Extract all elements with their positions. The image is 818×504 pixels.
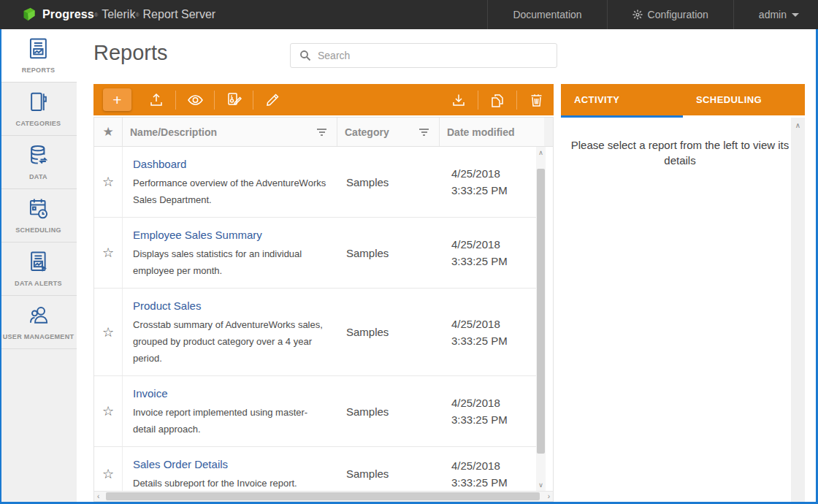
chevron-down-icon — [792, 13, 799, 17]
scroll-left-arrow[interactable]: ‹ — [97, 492, 99, 502]
star-filled-icon: ★ — [102, 124, 113, 140]
name-cell: Employee Sales Summary Displays sales st… — [123, 218, 337, 288]
sidebar-item-label: DATA — [29, 173, 47, 180]
report-link[interactable]: Dashboard — [133, 156, 327, 172]
favorite-toggle[interactable]: ☆ — [94, 289, 123, 375]
toolbar-separator — [214, 91, 215, 110]
report-row-dashboard[interactable]: ☆ Dashboard Performance overview of the … — [94, 147, 536, 218]
user-menu[interactable]: admin — [733, 0, 818, 29]
sidebar-item-data[interactable]: DATA — [0, 136, 77, 189]
favorite-toggle[interactable]: ☆ — [94, 218, 123, 288]
grid-vertical-scrollbar[interactable]: ∧ ∨ — [536, 147, 546, 491]
details-tabs: ACTIVITY SCHEDULING — [561, 84, 805, 115]
report-row-product-sales[interactable]: ☆ Product Sales Crosstab summary of Adve… — [94, 289, 536, 376]
column-label: Category — [345, 126, 389, 138]
empty-selection-message: Please select a report from the left to … — [561, 118, 805, 168]
search-box — [290, 43, 557, 68]
edit-report-button[interactable] — [258, 84, 287, 115]
sidebar-item-user-management[interactable]: USER MANAGEMENT — [0, 296, 77, 349]
star-outline-icon: ☆ — [102, 324, 114, 340]
grid-horizontal-scrollbar[interactable]: ‹ › — [94, 491, 553, 501]
user-name: admin — [759, 9, 787, 20]
filter-icon[interactable] — [416, 126, 432, 139]
sidebar-item-data-alerts[interactable]: DATA ALERTS — [0, 243, 77, 296]
sidebar-item-categories[interactable]: CATEGORIES — [0, 83, 77, 136]
page-title: Reports — [93, 41, 168, 65]
search-input[interactable] — [318, 50, 557, 61]
sidebar-nav: REPORTS CATEGORIES DATA — [0, 29, 77, 504]
sidebar-item-scheduling[interactable]: SCHEDULING — [0, 189, 77, 243]
brand: Progress® Telerik® Report Server — [22, 7, 215, 22]
favorite-toggle[interactable]: ☆ — [94, 447, 123, 491]
name-cell: Sales Order Details Details subreport fo… — [123, 447, 337, 491]
category-column-header[interactable]: Category — [337, 118, 440, 146]
report-link[interactable]: Sales Order Details — [133, 457, 327, 473]
add-report-button[interactable]: + — [103, 88, 131, 111]
scroll-down-arrow[interactable]: ∨ — [536, 481, 546, 489]
reports-toolbar: + — [93, 84, 554, 115]
scroll-up-arrow[interactable]: ∧ — [536, 149, 546, 156]
upload-icon — [149, 93, 164, 107]
sidebar-item-reports[interactable]: REPORTS — [0, 29, 77, 83]
scroll-right-arrow[interactable]: › — [548, 492, 550, 502]
topbar-menu: Documentation Configuration admin — [487, 0, 818, 29]
toolbar-separator — [478, 91, 478, 110]
toolbar-separator — [253, 91, 253, 110]
download-icon — [451, 93, 466, 107]
report-description: Invoice report implemented using master-… — [133, 404, 327, 438]
scroll-thumb[interactable] — [537, 169, 545, 454]
search-icon — [299, 50, 311, 61]
panel-scrollbar[interactable]: ∧ — [791, 118, 805, 502]
filter-icon[interactable] — [314, 126, 329, 139]
manage-report-button[interactable] — [219, 84, 248, 115]
toolbar-separator — [175, 91, 176, 110]
scroll-up-arrow[interactable]: ∧ — [791, 121, 805, 129]
download-report-button[interactable] — [444, 84, 473, 115]
star-outline-icon: ☆ — [102, 245, 114, 261]
report-row-employee-sales-summary[interactable]: ☆ Employee Sales Summary Displays sales … — [94, 218, 536, 289]
date-cell: 4/25/2018 3:33:25 PM — [440, 289, 536, 375]
upload-report-button[interactable] — [142, 84, 171, 115]
tab-scheduling[interactable]: SCHEDULING — [683, 84, 805, 115]
category-cell: Samples — [337, 147, 440, 217]
delete-report-button[interactable] — [521, 84, 551, 115]
configuration-label: Configuration — [648, 9, 708, 20]
document-alert-icon — [28, 251, 50, 274]
category-cell: Samples — [337, 376, 440, 446]
brand-telerik: Telerik — [102, 8, 135, 21]
brand-progress: Progress — [42, 8, 94, 21]
favorite-toggle[interactable]: ☆ — [94, 147, 123, 217]
report-row-sales-order-details[interactable]: ☆ Sales Order Details Details subreport … — [94, 447, 536, 491]
configuration-link[interactable]: Configuration — [607, 0, 733, 29]
report-link[interactable]: Product Sales — [133, 298, 327, 314]
scroll-thumb[interactable] — [106, 492, 540, 500]
report-description: Performance overview of the AdventureWor… — [133, 175, 327, 208]
toolbar-separator — [516, 91, 517, 110]
copy-icon — [490, 93, 505, 107]
date-column-header[interactable]: Date modified — [440, 118, 544, 146]
star-outline-icon: ☆ — [102, 174, 114, 190]
report-link[interactable]: Employee Sales Summary — [133, 227, 327, 243]
preview-report-button[interactable] — [180, 84, 210, 115]
sidebar-item-label: SCHEDULING — [15, 226, 61, 234]
database-icon — [28, 144, 50, 167]
favorite-toggle[interactable]: ☆ — [94, 376, 123, 446]
tab-activity[interactable]: ACTIVITY — [561, 84, 683, 115]
report-row-invoice[interactable]: ☆ Invoice Invoice report implemented usi… — [94, 376, 536, 447]
category-cell: Samples — [337, 289, 440, 375]
categories-folders-icon — [28, 91, 50, 114]
name-column-header[interactable]: Name/Description — [123, 118, 337, 146]
date-cell: 4/25/2018 3:33:25 PM — [440, 447, 536, 491]
report-link[interactable]: Invoice — [133, 386, 327, 402]
documentation-link[interactable]: Documentation — [487, 0, 606, 29]
calendar-clock-icon — [28, 197, 50, 221]
date-cell: 4/25/2018 3:33:25 PM — [440, 376, 536, 446]
grid-body: ☆ Dashboard Performance overview of the … — [94, 147, 536, 491]
date-cell: 4/25/2018 3:33:25 PM — [440, 218, 536, 288]
details-body: Please select a report from the left to … — [561, 118, 805, 502]
pencil-icon — [265, 93, 280, 107]
copy-report-button[interactable] — [483, 84, 512, 115]
details-panel: ACTIVITY SCHEDULING Please select a repo… — [561, 84, 805, 502]
sidebar-item-label: CATEGORIES — [16, 120, 61, 127]
favorites-column-header[interactable]: ★ — [94, 118, 123, 146]
